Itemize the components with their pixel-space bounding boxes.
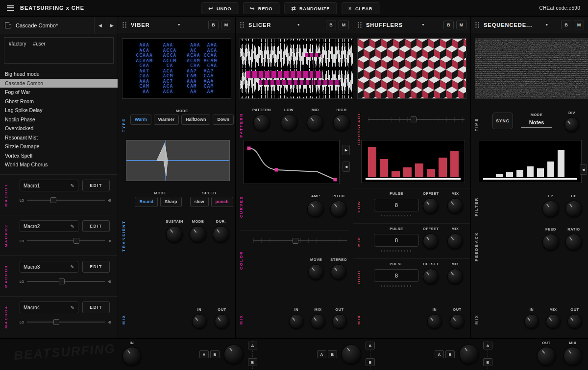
macro2-slider[interactable]	[27, 237, 104, 245]
macro1-slider[interactable]	[27, 196, 104, 204]
sequencer-in-knob[interactable]	[524, 314, 539, 329]
slider-handle[interactable]	[293, 238, 298, 244]
speed-punch-button[interactable]: punch	[211, 197, 233, 207]
ab-blend-knob[interactable]	[224, 345, 244, 364]
b-route-button[interactable]: B	[366, 358, 375, 366]
color-slider[interactable]	[253, 237, 347, 245]
macro2-name-field[interactable]: Macro2✎	[20, 220, 78, 232]
preset-item[interactable]: Big head mode	[0, 69, 118, 79]
ab-blend-knob[interactable]	[342, 345, 361, 364]
macro1-name-field[interactable]: Macro1✎	[20, 180, 78, 191]
current-preset-name[interactable]: Cascade Combo*	[16, 23, 94, 28]
sustain-knob[interactable]	[166, 226, 183, 243]
high-knob[interactable]	[333, 115, 350, 131]
mode-dropdown[interactable]: Notes	[521, 119, 552, 128]
macro4-slider[interactable]	[27, 318, 104, 326]
move-knob[interactable]	[308, 264, 324, 280]
shufflers-mute-button[interactable]: M	[456, 21, 466, 29]
a-button[interactable]: A	[199, 350, 209, 358]
low-pulse-control[interactable]: PULSE 8	[374, 191, 419, 216]
b-button[interactable]: B	[328, 350, 337, 358]
shufflers-bypass-button[interactable]: B	[443, 21, 454, 29]
slicer-out-knob[interactable]	[332, 314, 347, 329]
macro4-edit-button[interactable]: EDIT	[82, 301, 110, 313]
preset-item[interactable]: Resonant Mist	[0, 133, 118, 142]
preset-item[interactable]: Cascade Combo	[0, 79, 118, 88]
undo-button[interactable]: ↩UNDO	[201, 2, 238, 14]
stereo-knob[interactable]	[331, 264, 346, 280]
slider-handle[interactable]	[74, 238, 79, 244]
shufflers-in-knob[interactable]	[427, 314, 442, 329]
slicer-in-knob[interactable]	[289, 314, 304, 329]
sequence-prev-button[interactable]: ◀	[580, 164, 587, 175]
preset-item[interactable]: Overclocked	[0, 124, 118, 133]
mid-pulse-value[interactable]: 8	[374, 234, 419, 247]
sequencer-mute-button[interactable]: M	[574, 21, 584, 29]
macro3-edit-button[interactable]: EDIT	[82, 261, 110, 273]
high-mix-knob[interactable]	[447, 269, 463, 284]
chevron-down-icon[interactable]: ▼	[177, 23, 181, 26]
mode-warm-button[interactable]: Warm	[130, 115, 151, 125]
preset-item[interactable]: Vortex Spell	[0, 151, 118, 161]
high-pulse-control[interactable]: PULSE 8	[374, 262, 419, 287]
preset-item[interactable]: Lag Spike Delay	[0, 106, 118, 115]
crossfade-slider[interactable]	[368, 116, 465, 123]
shape-sharp-button[interactable]: Sharp	[160, 197, 182, 207]
chevron-down-icon[interactable]: ▼	[545, 23, 548, 26]
tag-factory[interactable]: #factory	[9, 41, 26, 46]
a-route-button[interactable]: A	[248, 342, 257, 349]
tag-user[interactable]: #user	[33, 41, 46, 46]
slicer-mix-knob[interactable]	[311, 314, 325, 329]
transient-mode-knob[interactable]	[190, 226, 206, 243]
macro2-edit-button[interactable]: EDIT	[82, 220, 110, 232]
redo-button[interactable]: ↪REDO	[243, 2, 279, 14]
pattern-knob[interactable]	[253, 115, 270, 131]
lp-knob[interactable]	[542, 201, 559, 217]
a-route-button[interactable]: A	[483, 342, 492, 349]
shufflers-out-knob[interactable]	[450, 314, 465, 329]
sequence-steps-chart[interactable]	[479, 140, 582, 183]
menu-icon[interactable]	[7, 5, 14, 11]
mode-halfdown-button[interactable]: HalfDown	[181, 115, 211, 125]
amp-knob[interactable]	[307, 201, 324, 217]
mid-pulse-control[interactable]: PULSE 8	[374, 227, 419, 252]
macro1-edit-button[interactable]: EDIT	[82, 180, 110, 191]
a-button[interactable]: A	[317, 350, 326, 358]
tag-filter-panel[interactable]: #factory #user	[4, 37, 114, 64]
mid-mix-knob[interactable]	[447, 233, 463, 249]
envelope-editor[interactable]	[244, 140, 340, 184]
high-pulse-value[interactable]: 8	[374, 269, 419, 282]
next-preset-button[interactable]: ▶	[106, 17, 118, 34]
low-mix-knob[interactable]	[447, 198, 463, 214]
edit-pencil-icon[interactable]: ✎	[71, 264, 74, 270]
chevron-down-icon[interactable]: ▼	[297, 23, 300, 26]
preset-item[interactable]: Sizzle Damage	[0, 142, 118, 151]
b-button[interactable]: B	[445, 350, 455, 358]
ab-blend-knob[interactable]	[459, 345, 479, 364]
chevron-down-icon[interactable]: ▼	[421, 23, 425, 26]
preset-item[interactable]: World Map Chorus	[0, 160, 118, 169]
slicer-bypass-button[interactable]: B	[326, 21, 336, 29]
global-in-knob[interactable]	[122, 347, 141, 366]
viber-in-knob[interactable]	[192, 314, 207, 329]
randomize-button[interactable]: ⇄RANDOMIZE	[284, 2, 337, 14]
preset-item[interactable]: Fog of War	[0, 88, 118, 97]
slicer-mute-button[interactable]: M	[339, 21, 349, 29]
macro4-name-field[interactable]: Macro4✎	[20, 301, 78, 313]
drag-grip-icon[interactable]	[240, 22, 245, 28]
slider-handle[interactable]	[53, 319, 59, 325]
sync-button[interactable]: SYNC	[492, 113, 513, 129]
shuffle-pattern-chart[interactable]	[361, 140, 465, 183]
shape-round-button[interactable]: Round	[135, 197, 158, 207]
low-knob[interactable]	[281, 115, 297, 131]
sequencer-out-knob[interactable]	[567, 314, 582, 329]
sequencer-mix-knob[interactable]	[546, 314, 561, 329]
slider-handle[interactable]	[50, 197, 56, 203]
low-offset-knob[interactable]	[423, 198, 439, 214]
edit-pencil-icon[interactable]: ✎	[71, 305, 74, 310]
preset-item[interactable]: Ghost Room	[0, 97, 118, 106]
global-out-knob[interactable]	[537, 347, 556, 366]
a-route-button[interactable]: A	[366, 342, 375, 349]
macro3-slider[interactable]	[27, 278, 104, 285]
global-mix-knob[interactable]	[564, 347, 582, 366]
